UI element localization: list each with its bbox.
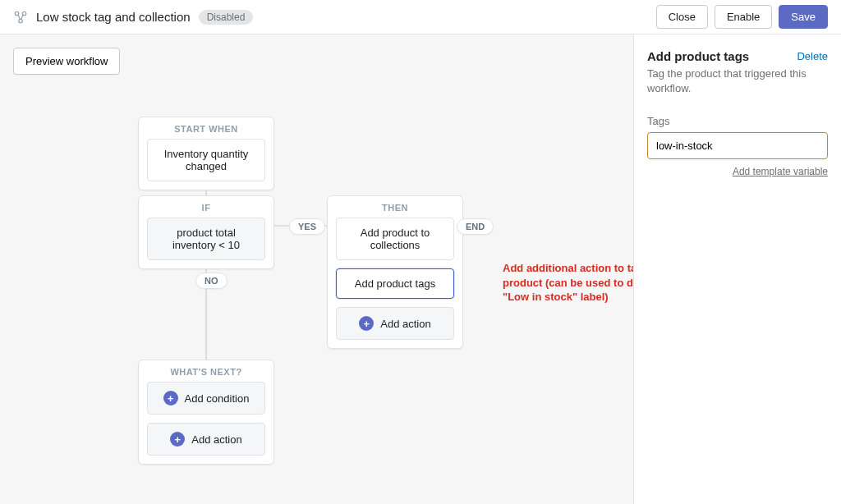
top-bar-left: Low stock tag and collection Disabled [13,10,253,25]
if-group: IF product total inventory < 10 [138,195,274,269]
condition-card[interactable]: product total inventory < 10 [147,218,265,260]
inspector-sidebar: Add product tags Delete Tag the product … [633,34,841,504]
tags-label: Tags [647,115,828,127]
if-header: IF [139,196,273,218]
enable-button[interactable]: Enable [715,5,772,29]
preview-workflow-button[interactable]: Preview workflow [13,48,120,75]
no-pill: NO [195,273,227,289]
yes-pill: YES [289,218,325,235]
delete-link[interactable]: Delete [797,50,828,62]
svg-point-2 [19,19,23,23]
add-condition-button[interactable]: + Add condition [147,382,265,415]
add-action-label: Add action [380,318,430,330]
then-group: THEN Add product to collections Add prod… [327,195,463,349]
sidebar-description: Tag the product that triggered this work… [647,66,828,95]
annotation-text: Add additional action to tag the product… [503,261,633,305]
sidebar-title: Add product tags [647,49,749,63]
status-badge: Disabled [199,10,254,25]
plus-icon: + [359,316,374,331]
close-button[interactable]: Close [656,5,708,29]
add-action-label: Add action [191,433,241,446]
whats-next-group: WHAT'S NEXT? + Add condition + Add actio… [138,360,274,465]
workflow-icon [13,10,28,25]
trigger-card[interactable]: Inventory quantity changed [147,139,265,181]
workflow-title: Low stock tag and collection [36,10,191,24]
top-bar-actions: Close Enable Save [656,5,828,29]
sidebar-header: Add product tags Delete [647,49,828,63]
main-area: Preview workflow START WHEN Inventory qu… [0,34,841,504]
save-button[interactable]: Save [779,5,828,29]
plus-icon: + [170,432,185,447]
workflow-canvas[interactable]: Preview workflow START WHEN Inventory qu… [0,34,633,504]
plus-icon: + [163,391,178,405]
end-pill: END [457,218,494,235]
start-when-header: START WHEN [139,117,273,139]
next-add-action-button[interactable]: + Add action [147,423,265,456]
then-add-action-button[interactable]: + Add action [336,307,454,340]
add-condition-label: Add condition [185,392,250,405]
whats-next-header: WHAT'S NEXT? [139,360,273,382]
then-header: THEN [328,196,462,218]
action-card-1[interactable]: Add product tags [336,268,454,299]
top-bar: Low stock tag and collection Disabled Cl… [0,0,841,34]
add-template-variable-link[interactable]: Add template variable [733,166,828,177]
tags-input[interactable] [647,132,828,159]
start-when-group: START WHEN Inventory quantity changed [138,117,274,190]
action-card-0[interactable]: Add product to collections [336,218,454,260]
